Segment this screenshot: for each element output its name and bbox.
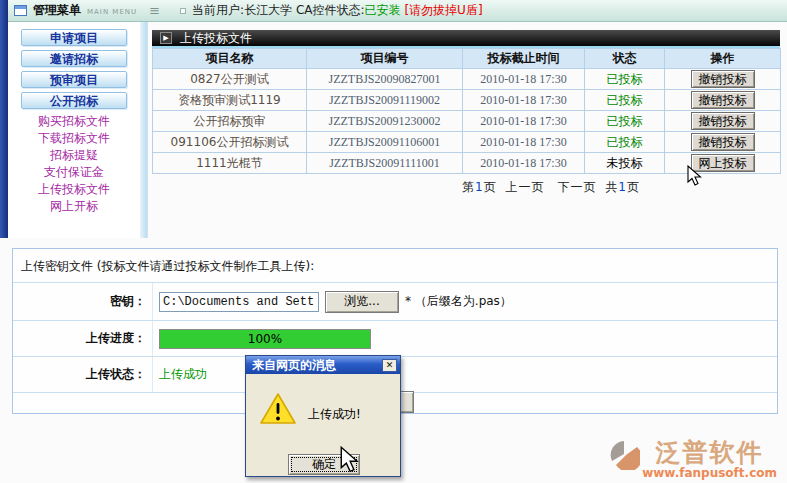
prev-page-link[interactable]: 上一页	[506, 180, 545, 194]
vendor-name: 泛普软件	[642, 440, 777, 466]
left-accent-stripe	[0, 0, 8, 238]
cell-status: 已投标	[585, 69, 665, 90]
pagination: 第1页 上一页 下一页 共1页	[152, 179, 780, 196]
sidebar-link-download-tender-file[interactable]: 下载招标文件	[8, 130, 140, 147]
warning-icon	[259, 392, 297, 426]
cell-status: 未投标	[585, 153, 665, 174]
cell-project-code: JZZTBJS20091106001	[307, 132, 463, 153]
sidebar-link-tender-question[interactable]: 招标提疑	[8, 147, 140, 164]
total-pages-suffix: 页	[627, 180, 640, 194]
page-label: 第	[462, 180, 475, 194]
progress-label: 上传进度：	[13, 321, 153, 356]
sidebar-link-online-bid-opening[interactable]: 网上开标	[8, 198, 140, 215]
sidebar-link-upload-bid-file[interactable]: 上传投标文件	[8, 181, 140, 198]
upload-status-value: 上传成功	[159, 366, 207, 383]
cell-deadline: 2010-01-18 17:30	[463, 69, 585, 90]
cell-action: 撤销投标	[665, 69, 781, 90]
table-header-row: 项目名称 项目编号 投标截止时间 状态 操作	[153, 49, 781, 69]
browse-button[interactable]: 浏览...	[325, 291, 399, 313]
table-row: 0827公开测试 JZZTBJS20090827001 2010-01-18 1…	[153, 69, 781, 90]
sidebar-item-invite-tender[interactable]: 邀请招标	[21, 50, 127, 67]
cell-status: 已投标	[585, 90, 665, 111]
hamburger-icon[interactable]: ≡	[149, 3, 160, 18]
user-info: 当前用户:长江大学 CA控件状态:已安装 [请勿拔掉U盾]	[192, 2, 483, 19]
sidebar-link-buy-tender-file[interactable]: 购买招标文件	[8, 113, 140, 130]
current-page-number: 1	[475, 180, 484, 194]
header-project-name: 项目名称	[153, 49, 307, 69]
bid-files-table: 项目名称 项目编号 投标截止时间 状态 操作 0827公开测试 JZZTBJS2…	[152, 48, 781, 174]
cell-project-code: JZZTBJS20091119002	[307, 90, 463, 111]
upload-status-label: 上传状态：	[13, 357, 153, 392]
screen: 管理菜单 MAIN MENU ≡ 当前用户:长江大学 CA控件状态:已安装 [请…	[0, 0, 787, 483]
main-panel: ▶ 上传投标文件 项目名称 项目编号 投标截止时间 状态 操作 0827公开测试…	[152, 30, 780, 196]
top-bar: 管理菜单 MAIN MENU ≡ 当前用户:长江大学 CA控件状态:已安装 [请…	[8, 0, 787, 22]
cell-project-name: 091106公开招标测试	[153, 132, 307, 153]
cell-project-name: 1111光棍节	[153, 153, 307, 174]
usb-key-warning: [请勿拔掉U盾]	[404, 3, 482, 17]
upload-form-title: 上传密钥文件 (投标文件请通过投标文件制作工具上传):	[13, 249, 777, 283]
sidebar-link-pay-deposit[interactable]: 支付保证金	[8, 164, 140, 181]
revoke-bid-button[interactable]: 撤销投标	[691, 91, 755, 109]
table-row: 资格预审测试1119 JZZTBJS20091119002 2010-01-18…	[153, 90, 781, 111]
cell-deadline: 2010-01-18 17:30	[463, 153, 585, 174]
panel-title-bar: ▶ 上传投标文件	[152, 30, 780, 48]
cell-action: 撤销投标	[665, 111, 781, 132]
sidebar-item-apply-project[interactable]: 申请项目	[21, 29, 127, 46]
ca-status-value: 已安装	[365, 3, 401, 17]
dialog-body: 上传成功! 确定	[246, 374, 400, 477]
revoke-bid-button[interactable]: 撤销投标	[691, 70, 755, 88]
mouse-cursor-on-online-bid	[687, 165, 702, 187]
cell-project-name: 公开招标预审	[153, 111, 307, 132]
webpage-message-dialog: 来自网页的消息 ✕ 上传成功! 确定	[245, 355, 401, 477]
cell-project-name: 资格预审测试1119	[153, 90, 307, 111]
cell-status: 已投标	[585, 111, 665, 132]
header-status: 状态	[585, 49, 665, 69]
sidebar: 申请项目 邀请招标 预审项目 公开招标 购买招标文件 下载招标文件 招标提疑 支…	[8, 22, 140, 238]
play-icon: ▶	[160, 32, 172, 44]
cell-project-code: JZZTBJS20091111001	[307, 153, 463, 174]
table-row: 091106公开招标测试 JZZTBJS20091106001 2010-01-…	[153, 132, 781, 153]
cell-action: 撤销投标	[665, 132, 781, 153]
sidebar-item-prequalify-project[interactable]: 预审项目	[21, 71, 127, 88]
key-label: 密钥：	[13, 283, 153, 320]
header-project-code: 项目编号	[307, 49, 463, 69]
menu-subtitle: MAIN MENU	[87, 8, 137, 16]
total-pages-number: 1	[618, 180, 627, 194]
header-action: 操作	[665, 49, 781, 69]
sidebar-divider	[140, 22, 148, 238]
close-icon[interactable]: ✕	[382, 359, 397, 372]
window-icon	[14, 5, 27, 16]
key-row: 密钥： 浏览... * （后缀名为.pas）	[13, 283, 777, 321]
key-file-input[interactable]	[159, 292, 319, 312]
table-row: 公开招标预审 JZZTBJS20091230002 2010-01-18 17:…	[153, 111, 781, 132]
upload-progress-bar: 100%	[159, 329, 371, 349]
vendor-url: www.fanpusoft.com	[642, 466, 777, 480]
cell-project-code: JZZTBJS20091230002	[307, 111, 463, 132]
progress-row: 上传进度： 100%	[13, 321, 777, 357]
key-suffix-note: * （后缀名为.pas）	[405, 293, 512, 310]
sidebar-item-open-tender[interactable]: 公开招标	[21, 92, 127, 109]
cell-status: 已投标	[585, 132, 665, 153]
revoke-bid-button[interactable]: 撤销投标	[691, 112, 755, 130]
cell-action: 撤销投标	[665, 90, 781, 111]
current-user-label: 当前用户:长江大学	[192, 3, 292, 17]
bullet-icon	[180, 8, 186, 14]
cell-deadline: 2010-01-18 17:30	[463, 90, 585, 111]
revoke-bid-button[interactable]: 撤销投标	[691, 133, 755, 151]
dialog-message: 上传成功!	[308, 406, 361, 423]
cell-action: 网上投标	[665, 153, 781, 174]
cell-deadline: 2010-01-18 17:30	[463, 111, 585, 132]
dialog-title: 来自网页的消息	[252, 357, 382, 374]
cell-deadline: 2010-01-18 17:30	[463, 132, 585, 153]
vendor-logo: 泛普软件 www.fanpusoft.com	[610, 440, 777, 480]
menu-title: 管理菜单	[33, 2, 81, 19]
mouse-cursor-on-ok	[340, 446, 359, 474]
header-deadline: 投标截止时间	[463, 49, 585, 69]
total-pages-label: 共	[605, 180, 618, 194]
fanpu-logo-icon	[610, 440, 640, 470]
ca-control-label: CA控件状态:	[296, 3, 365, 17]
next-page-link[interactable]: 下一页	[557, 180, 596, 194]
dialog-title-bar: 来自网页的消息 ✕	[246, 356, 400, 374]
panel-title: 上传投标文件	[180, 30, 252, 47]
cell-project-code: JZZTBJS20090827001	[307, 69, 463, 90]
